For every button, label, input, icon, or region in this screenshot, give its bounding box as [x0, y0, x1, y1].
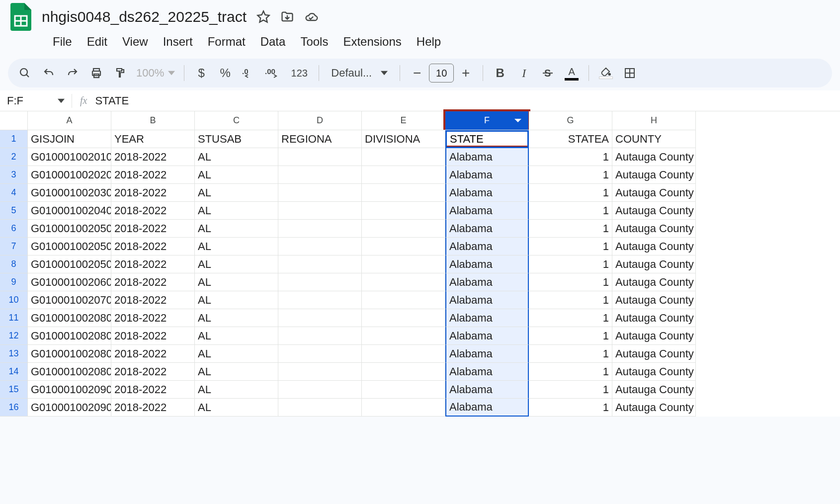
column-header-B[interactable]: B [111, 111, 195, 130]
cell[interactable]: Alabama [445, 327, 529, 345]
cell[interactable]: Autauga County [612, 363, 696, 381]
menu-help[interactable]: Help [410, 32, 448, 52]
percent-icon[interactable]: % [214, 62, 236, 84]
cell[interactable]: Alabama [445, 363, 529, 381]
cell[interactable]: G0100010020400 [28, 202, 111, 220]
cell[interactable]: 2018-2022 [111, 345, 195, 363]
cell[interactable]: 2018-2022 [111, 309, 195, 327]
cell[interactable] [362, 381, 445, 399]
cell[interactable] [362, 148, 445, 166]
menu-edit[interactable]: Edit [80, 32, 114, 52]
cell[interactable]: Alabama [445, 166, 529, 184]
cell[interactable]: Autauga County [612, 220, 696, 238]
cell[interactable]: 1 [529, 363, 612, 381]
cell[interactable]: 2018-2022 [111, 381, 195, 399]
font-family-select[interactable]: Defaul... [325, 67, 394, 80]
currency-icon[interactable]: $ [190, 62, 212, 84]
row-header[interactable]: 6 [0, 220, 28, 238]
cell[interactable]: COUNTY [612, 130, 696, 148]
cell[interactable]: 1 [529, 309, 612, 327]
editing-cell[interactable] [445, 130, 529, 148]
cell[interactable]: Autauga County [612, 184, 696, 202]
cell[interactable]: 2018-2022 [111, 255, 195, 273]
menu-tools[interactable]: Tools [293, 32, 335, 52]
column-header-G[interactable]: G [529, 111, 612, 130]
cell[interactable]: Alabama [445, 148, 529, 166]
cell[interactable]: Alabama [445, 399, 529, 417]
cell[interactable] [362, 166, 445, 184]
decrease-decimal-icon[interactable]: .0 [238, 62, 260, 84]
cell[interactable]: Alabama [445, 345, 529, 363]
formula-content[interactable]: STATE [95, 94, 129, 107]
column-header-E[interactable]: E [362, 111, 445, 130]
fx-icon[interactable]: fx [72, 95, 95, 106]
cell[interactable]: 2018-2022 [111, 148, 195, 166]
cell[interactable] [278, 291, 362, 309]
row-header[interactable]: 8 [0, 255, 28, 273]
borders-button[interactable] [619, 62, 641, 84]
cell[interactable] [362, 291, 445, 309]
cell[interactable]: G0100010020200 [28, 166, 111, 184]
cell[interactable]: Alabama [445, 273, 529, 291]
cell[interactable]: 1 [529, 166, 612, 184]
column-header-D[interactable]: D [278, 111, 362, 130]
cell[interactable]: G0100010020500 [28, 255, 111, 273]
print-icon[interactable] [85, 62, 107, 84]
cell[interactable]: 1 [529, 327, 612, 345]
cell[interactable]: 2018-2022 [111, 399, 195, 417]
cell[interactable]: Autauga County [612, 345, 696, 363]
cell[interactable] [278, 381, 362, 399]
cloud-status-icon[interactable] [304, 10, 318, 24]
undo-icon[interactable] [38, 62, 60, 84]
cell[interactable]: AL [195, 327, 278, 345]
search-icon[interactable] [14, 62, 36, 84]
column-header-H[interactable]: H [612, 111, 696, 130]
cell[interactable]: AL [195, 399, 278, 417]
increase-font-size-button[interactable]: + [455, 62, 477, 84]
menu-view[interactable]: View [115, 32, 155, 52]
cell[interactable]: 1 [529, 202, 612, 220]
cell[interactable]: 1 [529, 345, 612, 363]
select-all-corner[interactable] [0, 111, 28, 130]
decrease-font-size-button[interactable]: − [406, 62, 428, 84]
column-header-F[interactable]: F [445, 111, 529, 130]
cell[interactable] [278, 363, 362, 381]
cell[interactable]: AL [195, 184, 278, 202]
fill-color-button[interactable] [595, 62, 617, 84]
row-header[interactable]: 11 [0, 309, 28, 327]
cell[interactable]: Autauga County [612, 166, 696, 184]
cell-editor-input[interactable] [450, 133, 524, 146]
italic-button[interactable]: I [513, 62, 535, 84]
cell[interactable]: 1 [529, 148, 612, 166]
star-icon[interactable] [256, 10, 270, 24]
cell[interactable]: Autauga County [612, 202, 696, 220]
cell[interactable]: Alabama [445, 255, 529, 273]
row-header[interactable]: 15 [0, 381, 28, 399]
cell[interactable]: 2018-2022 [111, 291, 195, 309]
move-folder-icon[interactable] [280, 10, 294, 24]
cell[interactable] [362, 363, 445, 381]
cell[interactable]: G0100010020100 [28, 148, 111, 166]
cell[interactable]: AL [195, 220, 278, 238]
cell[interactable] [278, 273, 362, 291]
cell[interactable]: 1 [529, 381, 612, 399]
cell[interactable]: Alabama [445, 202, 529, 220]
cell[interactable]: Alabama [445, 238, 529, 255]
row-header[interactable]: 14 [0, 363, 28, 381]
cell[interactable] [278, 148, 362, 166]
cell[interactable] [362, 255, 445, 273]
menu-data[interactable]: Data [253, 32, 293, 52]
name-box[interactable]: F:F [0, 94, 72, 107]
row-header[interactable]: 12 [0, 327, 28, 345]
font-size-input[interactable] [429, 64, 454, 83]
redo-icon[interactable] [62, 62, 84, 84]
cell[interactable]: G0100010020600 [28, 273, 111, 291]
cell[interactable]: AL [195, 309, 278, 327]
cell[interactable] [278, 255, 362, 273]
cell[interactable]: GISJOIN [28, 130, 111, 148]
cell[interactable]: AL [195, 255, 278, 273]
cell[interactable]: 1 [529, 238, 612, 255]
cell[interactable] [362, 220, 445, 238]
document-title[interactable]: nhgis0048_ds262_20225_tract [40, 7, 249, 26]
cell[interactable]: REGIONA [278, 130, 362, 148]
